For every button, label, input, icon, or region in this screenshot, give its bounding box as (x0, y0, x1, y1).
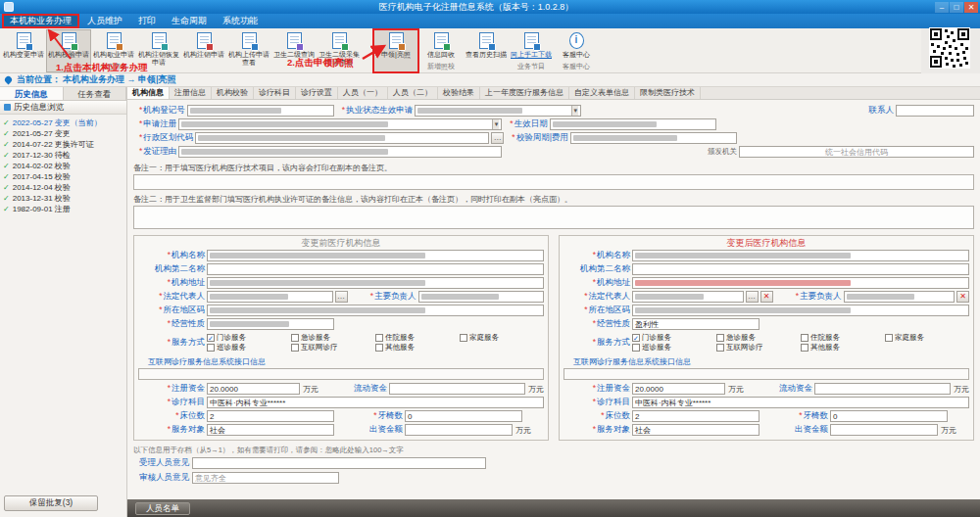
history-tree-item[interactable]: ✓2013-12-31 校验 (3, 193, 126, 204)
field-input[interactable] (570, 132, 737, 144)
checkbox[interactable] (375, 344, 383, 352)
form-tab[interactable]: 人员（一） (338, 87, 388, 99)
form-tab[interactable]: 自定义表单信息 (569, 87, 635, 99)
field-input[interactable]: 2 (207, 410, 334, 422)
field-input[interactable] (632, 263, 969, 275)
reviewer-opinion-input[interactable]: 意见齐全 (192, 472, 339, 484)
field-input[interactable]: ▾ (415, 105, 581, 117)
field-input[interactable]: 盈利性 (632, 318, 760, 330)
acceptor-opinion-input[interactable] (192, 457, 486, 469)
checkbox-option[interactable]: 其他服务 (375, 343, 460, 352)
field-input[interactable]: 统一社会信用代码 (739, 146, 974, 158)
menu-item[interactable]: 人员维护 (79, 14, 130, 28)
form-tab[interactable]: 注册信息 (170, 87, 212, 99)
checkbox[interactable] (375, 334, 383, 342)
form-tab[interactable]: 上一年度医疗服务信息 (480, 87, 569, 99)
browse-button[interactable]: … (335, 291, 348, 303)
form-tab[interactable]: 人员（二） (388, 87, 438, 99)
minimize-button[interactable]: – (935, 2, 949, 13)
clear-button[interactable]: ✕ (956, 291, 969, 303)
checkbox-option[interactable]: 急诊服务 (716, 333, 801, 343)
checkbox[interactable] (801, 344, 808, 352)
field-input[interactable] (418, 291, 545, 303)
menu-item[interactable]: 系统功能 (215, 14, 266, 28)
field-input[interactable] (207, 291, 333, 303)
menu-item[interactable]: 生命周期 (164, 14, 215, 28)
toolbar-button[interactable]: 查看历史扫描 (464, 29, 509, 72)
field-input[interactable] (207, 263, 544, 275)
checkbox[interactable] (207, 344, 215, 352)
checkbox-option[interactable]: 巡诊服务 (632, 343, 716, 352)
form-tab[interactable]: 校验结果 (438, 87, 480, 99)
toolbar-button[interactable]: 机构变更申请 (1, 29, 46, 72)
checkbox-option[interactable]: ✓门诊服务 (207, 333, 291, 343)
history-tree-item[interactable]: ✓2014-07-22 更换许可证 (3, 139, 126, 150)
checkbox[interactable] (801, 334, 808, 342)
close-button[interactable]: ✕ (964, 2, 978, 13)
checkbox[interactable]: ✓ (632, 334, 640, 342)
field-input[interactable]: 社会 (207, 424, 334, 436)
field-input[interactable]: 中医科·内科专业****** (207, 397, 544, 408)
history-tree-item[interactable]: ✓2014-12-04 校验 (3, 182, 126, 193)
history-tree-item[interactable]: ✓2022-05-27 变更（当前） (3, 118, 126, 128)
toolbar-sub-label[interactable]: 业务节目 (517, 62, 545, 71)
maximize-button[interactable]: □ (950, 2, 963, 13)
toolbar-button[interactable]: 信息回收新增照校 (418, 29, 464, 72)
form-tab[interactable]: 机构校验 (212, 87, 254, 99)
field-input[interactable] (632, 291, 744, 303)
checkbox-option[interactable]: 其他服务 (801, 343, 885, 352)
history-tree-item[interactable]: ✓2017-12-30 待检 (3, 150, 126, 161)
field-input[interactable]: 0 (405, 410, 522, 422)
checkbox[interactable] (716, 334, 724, 342)
field-input[interactable]: 0 (830, 410, 948, 422)
internet-service-group-box[interactable] (564, 368, 969, 380)
field-input[interactable] (195, 132, 489, 144)
field-input[interactable] (389, 383, 525, 395)
field-input[interactable] (207, 277, 544, 289)
history-tree-item[interactable]: ✓1982-09-01 注册 (3, 204, 126, 214)
form-tab[interactable]: 诊疗科目 (254, 87, 296, 99)
field-input[interactable] (207, 318, 334, 330)
field-input[interactable] (178, 146, 502, 158)
field-input[interactable] (844, 291, 956, 303)
history-tree-item[interactable]: ✓2021-05-27 变更 (3, 128, 126, 139)
menu-item[interactable]: 打印 (130, 14, 164, 28)
field-input[interactable]: 社会 (632, 424, 760, 436)
field-input[interactable]: ▾ (178, 118, 502, 130)
checkbox-option[interactable]: 互联网诊疗 (716, 343, 801, 352)
keep-approval-button[interactable]: 保留批复(3) (4, 495, 98, 511)
personnel-list-button[interactable]: 人员名单 (135, 502, 190, 515)
checkbox-option[interactable]: 急诊服务 (291, 333, 375, 343)
remark2-input[interactable] (133, 206, 974, 229)
checkbox-option[interactable]: 住院服务 (375, 333, 460, 343)
checkbox[interactable]: ✓ (207, 334, 215, 342)
checkbox-option[interactable]: 家庭服务 (460, 333, 544, 343)
history-tree-item[interactable]: ✓2017-04-15 校验 (3, 171, 126, 182)
toolbar-button[interactable]: 机构注销申请 (181, 29, 226, 72)
browse-button[interactable]: … (491, 132, 504, 144)
toolbar-sub-label[interactable]: 客服中心 (563, 62, 590, 71)
field-input[interactable] (830, 424, 938, 436)
checkbox[interactable] (460, 334, 467, 342)
sidebar-tab[interactable]: 任务查看 (64, 87, 127, 100)
toolbar-sub-label[interactable]: 新增照校 (427, 62, 455, 71)
toolbar-button[interactable]: 同上手工下载业务节目 (509, 29, 554, 72)
history-tree-item[interactable]: ✓2014-02-02 校验 (3, 161, 126, 171)
internet-service-group-box[interactable] (138, 368, 544, 380)
toolbar-button[interactable]: 机构上传申请查看 (226, 29, 271, 72)
field-input[interactable] (632, 277, 969, 289)
field-input[interactable] (207, 305, 544, 316)
field-input[interactable]: 2 (632, 410, 760, 422)
sidebar-tab[interactable]: 历史信息 (0, 87, 64, 100)
toolbar-button[interactable]: i客服中心客服中心 (554, 29, 599, 72)
field-input[interactable] (550, 118, 716, 130)
form-tab[interactable]: 机构信息 (127, 87, 170, 99)
checkbox[interactable] (632, 344, 640, 352)
checkbox-option[interactable]: 家庭服务 (885, 333, 969, 343)
toolbar-button[interactable]: 申领|亮照 (373, 29, 418, 72)
form-tab[interactable]: 诊疗设置 (296, 87, 338, 99)
checkbox[interactable] (885, 334, 893, 342)
field-input[interactable] (207, 250, 544, 261)
field-input[interactable]: 20.0000 (632, 383, 725, 395)
browse-button[interactable]: … (746, 291, 759, 303)
